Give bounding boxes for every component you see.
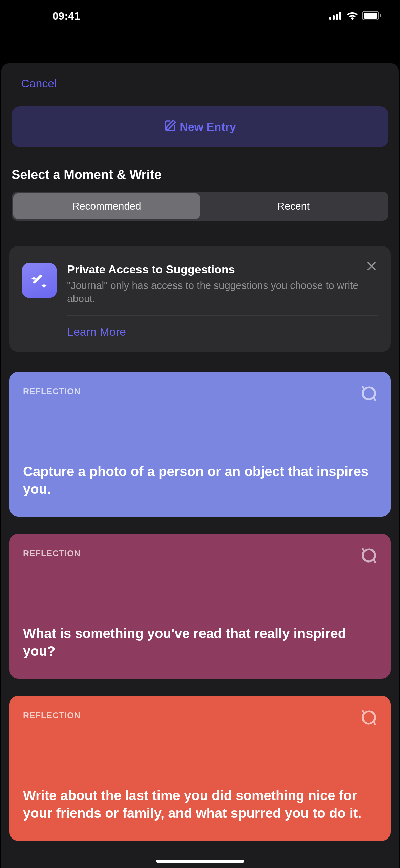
tab-recommended[interactable]: Recommended (13, 193, 200, 219)
svg-rect-5 (364, 13, 377, 19)
wifi-icon (346, 11, 358, 21)
refresh-icon[interactable] (360, 709, 378, 728)
notice-desc: "Journal" only has access to the suggest… (67, 279, 378, 305)
privacy-notice: Private Access to Suggestions "Journal" … (9, 246, 391, 352)
svg-rect-3 (339, 12, 341, 20)
status-icons (329, 11, 381, 21)
svg-rect-6 (380, 14, 381, 17)
divider (67, 315, 378, 316)
svg-rect-2 (336, 14, 338, 20)
card-prompt: Capture a photo of a person or an object… (23, 462, 377, 498)
magic-wand-icon (22, 263, 57, 298)
tab-recent[interactable]: Recent (200, 193, 387, 219)
reflection-card[interactable]: REFLECTION What is something you've read… (9, 534, 391, 679)
close-icon[interactable] (366, 261, 377, 273)
new-entry-button[interactable]: New Entry (12, 106, 388, 147)
compose-icon (164, 119, 177, 135)
refresh-icon[interactable] (360, 547, 378, 566)
card-prompt: What is something you've read that reall… (23, 625, 377, 660)
reflection-card[interactable]: REFLECTION Capture a photo of a person o… (9, 372, 391, 517)
learn-more-link[interactable]: Learn More (67, 325, 378, 338)
segmented-control: Recommended Recent (12, 192, 388, 221)
notice-title: Private Access to Suggestions (67, 263, 378, 276)
status-time: 09:41 (52, 10, 80, 22)
cancel-button[interactable]: Cancel (21, 77, 387, 90)
cellular-icon (329, 12, 342, 21)
modal-sheet: Cancel New Entry Select a Moment & Write… (1, 63, 399, 868)
refresh-icon[interactable] (360, 384, 378, 403)
battery-icon (362, 11, 381, 21)
card-category: REFLECTION (23, 549, 377, 558)
card-category: REFLECTION (23, 711, 377, 721)
card-prompt: Write about the last time you did someth… (23, 787, 377, 822)
new-entry-label: New Entry (180, 120, 236, 134)
status-bar: 09:41 (0, 0, 400, 32)
reflection-card[interactable]: REFLECTION Write about the last time you… (9, 696, 391, 841)
svg-rect-0 (329, 17, 331, 20)
svg-rect-1 (333, 15, 335, 20)
home-indicator[interactable] (156, 860, 244, 863)
section-title: Select a Moment & Write (12, 167, 388, 182)
card-category: REFLECTION (23, 387, 377, 396)
